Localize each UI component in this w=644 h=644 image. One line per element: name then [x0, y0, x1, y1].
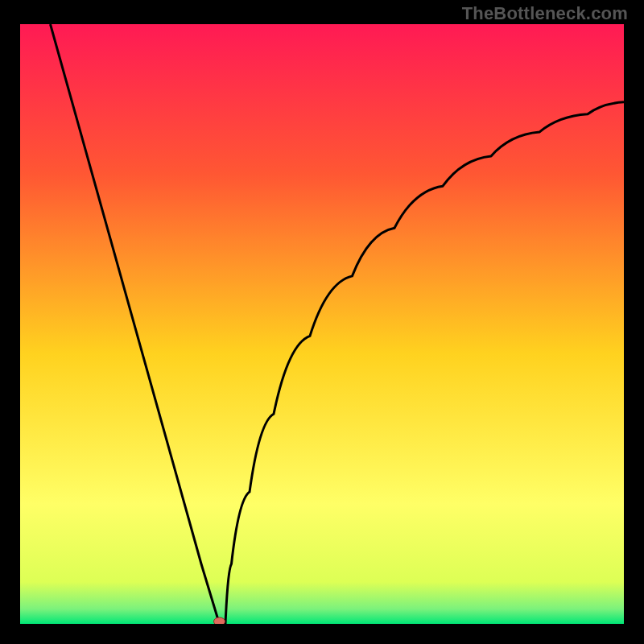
cusp-dot: [214, 617, 225, 624]
chart-frame: TheBottleneck.com: [0, 0, 644, 644]
gradient-rect: [20, 24, 624, 624]
plot-area: [20, 24, 624, 624]
chart-svg: [20, 24, 624, 624]
watermark-text: TheBottleneck.com: [462, 3, 628, 24]
